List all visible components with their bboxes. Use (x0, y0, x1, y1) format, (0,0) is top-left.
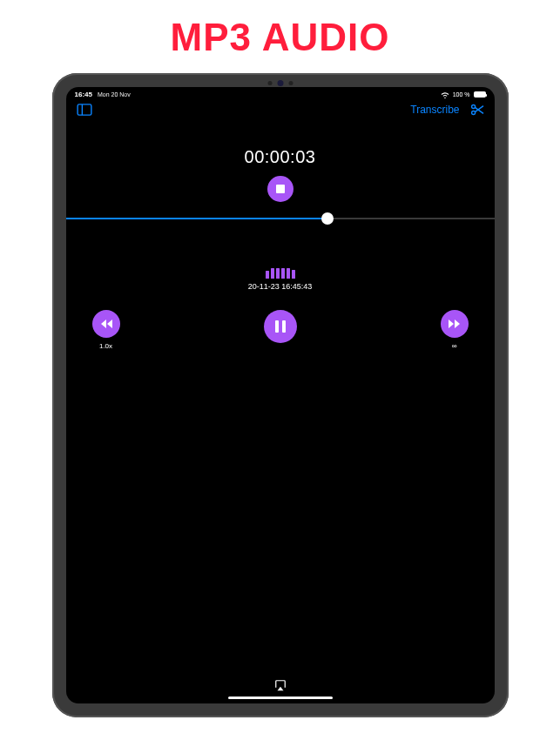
sidebar-toggle-icon[interactable] (77, 104, 92, 116)
headline: MP3 AUDIO (171, 16, 390, 59)
equalizer-icon (266, 268, 295, 279)
nav-bar: Transcribe (66, 100, 495, 123)
scissors-icon[interactable] (470, 104, 484, 116)
stop-button[interactable] (267, 176, 293, 202)
stop-icon (276, 185, 285, 193)
forward-button[interactable] (441, 310, 469, 338)
camera-bar (267, 80, 293, 86)
track-title: 20-11-23 16:45:43 (248, 282, 313, 291)
speed-label: 1.0x (99, 342, 112, 350)
pause-button[interactable] (264, 310, 297, 343)
airplay-icon[interactable] (273, 679, 287, 691)
bottom-bar (66, 679, 495, 703)
content-area: 00:00:03 20-11-23 16:45:43 (66, 123, 495, 703)
rewind-icon (99, 319, 113, 329)
status-date: Mon 20 Nov (98, 91, 131, 98)
svg-rect-0 (78, 104, 91, 115)
battery-icon (474, 91, 486, 98)
rewind-button[interactable] (92, 310, 120, 338)
timer-display: 00:00:03 (245, 147, 316, 167)
pause-icon (275, 320, 286, 333)
seek-bar[interactable] (66, 218, 495, 219)
wifi-icon (441, 91, 449, 98)
screen: 16:45 Mon 20 Nov 100 % Transcribe (66, 87, 495, 703)
battery-percent: 100 % (453, 91, 470, 98)
forward-icon (448, 319, 462, 329)
status-time: 16:45 (75, 91, 92, 98)
seek-fill (66, 218, 327, 219)
device-frame: 16:45 Mon 20 Nov 100 % Transcribe (52, 73, 509, 717)
seek-thumb[interactable] (321, 212, 334, 225)
track-info: 20-11-23 16:45:43 (248, 268, 313, 291)
loop-label: ∞ (452, 342, 457, 350)
controls-row: 1.0x ∞ (66, 310, 495, 350)
status-bar: 16:45 Mon 20 Nov 100 % (66, 87, 495, 100)
transcribe-button[interactable]: Transcribe (410, 104, 459, 116)
home-indicator[interactable] (228, 697, 333, 699)
